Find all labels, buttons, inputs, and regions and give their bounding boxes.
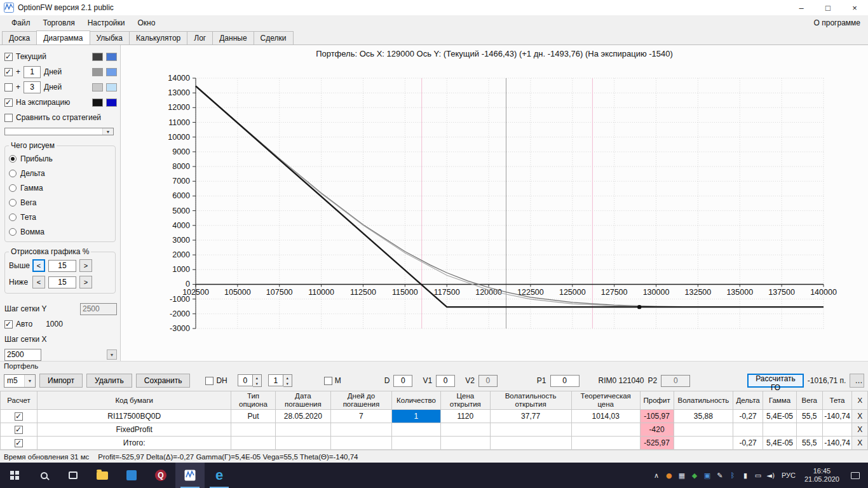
- menu-file[interactable]: Файл: [5, 15, 37, 30]
- tab-data[interactable]: Данные: [212, 31, 254, 44]
- y-tick-label: 13000: [168, 88, 190, 97]
- plus1-checkbox[interactable]: [4, 68, 13, 76]
- spinner-arrows-icon[interactable]: ▲▼: [253, 374, 262, 387]
- network-icon[interactable]: ▭: [752, 471, 764, 480]
- taskbar-quik[interactable]: Q: [146, 463, 175, 488]
- calc-go-button[interactable]: Рассчитать ГО: [747, 374, 804, 388]
- menu-about[interactable]: О программе: [814, 18, 863, 27]
- volume-icon[interactable]: ◄): [764, 471, 777, 480]
- draw-option-theta[interactable]: Тета: [9, 210, 111, 224]
- plus3-checkbox[interactable]: [4, 83, 13, 92]
- tab-deals[interactable]: Сделки: [254, 31, 294, 44]
- maximize-button[interactable]: □: [815, 0, 841, 15]
- more-button[interactable]: …: [850, 374, 864, 388]
- dh-spin1-input[interactable]: [238, 374, 253, 386]
- row-close-button[interactable]: X: [852, 437, 868, 450]
- taskbar-edge[interactable]: e: [205, 463, 234, 488]
- task-view-button[interactable]: [58, 463, 88, 488]
- plus3-days-input[interactable]: [24, 81, 41, 93]
- close-button[interactable]: ×: [841, 0, 868, 15]
- search-button[interactable]: [29, 463, 58, 488]
- current-color1-swatch[interactable]: [92, 53, 103, 61]
- m-checkbox[interactable]: [324, 377, 332, 385]
- strategy-select[interactable]: ▼: [4, 128, 114, 135]
- dh-toggle[interactable]: DH: [205, 376, 227, 385]
- language-indicator[interactable]: РУС: [777, 471, 800, 479]
- above-decrement-button[interactable]: <: [32, 259, 45, 272]
- menu-trading[interactable]: Торговля: [37, 15, 81, 30]
- m-toggle[interactable]: M: [324, 376, 341, 385]
- draw-option-gamma[interactable]: Гамма: [9, 180, 111, 195]
- row-calc-checkbox[interactable]: [15, 439, 23, 447]
- tab-calculator[interactable]: Калькулятор: [129, 31, 187, 44]
- dh-spin2-input[interactable]: [268, 374, 283, 386]
- menu-window[interactable]: Окно: [132, 15, 162, 30]
- below-decrement-button[interactable]: <: [32, 276, 45, 288]
- row-close-button[interactable]: X: [852, 410, 868, 423]
- save-button[interactable]: Сохранить: [136, 374, 191, 388]
- taskbar-file-explorer[interactable]: [88, 463, 117, 488]
- start-button[interactable]: [0, 463, 29, 488]
- series-plus1-row: + Дней: [4, 65, 117, 78]
- hidden-icons-chevron[interactable]: ∧: [650, 471, 663, 480]
- series-plus1d: [196, 86, 824, 307]
- draw-option-profit[interactable]: Прибыль: [9, 151, 111, 166]
- row-calc-checkbox[interactable]: [15, 412, 23, 421]
- dh-checkbox[interactable]: [205, 377, 214, 385]
- tab-smile[interactable]: Улыбка: [90, 31, 130, 44]
- tray-app-grid-icon[interactable]: ▦: [675, 471, 688, 480]
- plus1-days-input[interactable]: [24, 66, 41, 78]
- series-expiration: [196, 86, 824, 308]
- p1-input[interactable]: [550, 375, 580, 387]
- expiry-checkbox[interactable]: [4, 98, 13, 107]
- chart-panel: Портфель: Ось X: 129000 Ось Y: (Текущий …: [121, 45, 868, 361]
- pen-icon[interactable]: ✎: [714, 471, 726, 480]
- profit-chart[interactable]: -3000-2000-10000100020003000400050006000…: [121, 62, 868, 349]
- x-tick-label: 112500: [350, 288, 376, 297]
- sidebar-scroll-down-button[interactable]: ▼: [107, 349, 117, 360]
- d-input[interactable]: [393, 375, 412, 387]
- draw-option-vega[interactable]: Вега: [9, 195, 111, 210]
- taskbar-store-app[interactable]: [117, 463, 146, 488]
- import-button[interactable]: Импорт: [39, 374, 83, 388]
- spinner-arrows-icon[interactable]: ▲▼: [283, 374, 292, 387]
- auto-checkbox[interactable]: [4, 320, 13, 329]
- grid-step-x-input[interactable]: [4, 349, 41, 361]
- above-value-input[interactable]: [48, 260, 76, 272]
- battery-icon[interactable]: ▮: [739, 471, 752, 480]
- tray-app-blue-icon[interactable]: ▣: [701, 471, 714, 480]
- y-tick-label: 12000: [168, 103, 190, 112]
- plus3-color1-swatch[interactable]: [92, 83, 103, 92]
- taskbar-optionfw[interactable]: [175, 463, 205, 488]
- clock[interactable]: 16:45 21.05.2020: [800, 467, 844, 484]
- minimize-button[interactable]: –: [788, 0, 815, 15]
- tab-log[interactable]: Лог: [187, 31, 213, 44]
- expiry-color2-swatch[interactable]: [106, 98, 117, 107]
- plus3-color2-swatch[interactable]: [106, 83, 117, 92]
- bluetooth-icon[interactable]: ᛒ: [726, 471, 739, 480]
- tab-board[interactable]: Доска: [2, 31, 37, 44]
- menu-settings[interactable]: Настройки: [81, 15, 132, 30]
- action-center-button[interactable]: [844, 472, 867, 479]
- plus1-color2-swatch[interactable]: [106, 68, 117, 76]
- tab-diagram[interactable]: Диаграмма: [36, 30, 90, 44]
- compare-strategy-checkbox[interactable]: [4, 114, 13, 122]
- row-calc-checkbox[interactable]: [15, 426, 23, 434]
- above-increment-button[interactable]: >: [79, 259, 92, 272]
- delete-button[interactable]: Удалить: [86, 374, 132, 388]
- current-color2-swatch[interactable]: [106, 53, 117, 61]
- antivirus-shield-icon[interactable]: ◆: [688, 471, 701, 480]
- current-checkbox[interactable]: [4, 53, 13, 61]
- below-value-input[interactable]: [48, 276, 76, 288]
- portfolio-preset-select[interactable]: m5 ▼: [4, 374, 36, 388]
- below-increment-button[interactable]: >: [79, 276, 92, 288]
- draw-option-vomma[interactable]: Вомма: [9, 224, 111, 239]
- row-close-button[interactable]: X: [852, 423, 868, 437]
- tray-app-orange-icon[interactable]: ●: [663, 471, 675, 480]
- draw-option-label: Дельта: [20, 169, 45, 178]
- expiry-color1-swatch[interactable]: [92, 98, 103, 107]
- draw-option-delta[interactable]: Дельта: [9, 166, 111, 180]
- v1-input[interactable]: [436, 375, 455, 387]
- plus1-color1-swatch[interactable]: [92, 68, 103, 76]
- y-tick-label: 6000: [172, 191, 190, 200]
